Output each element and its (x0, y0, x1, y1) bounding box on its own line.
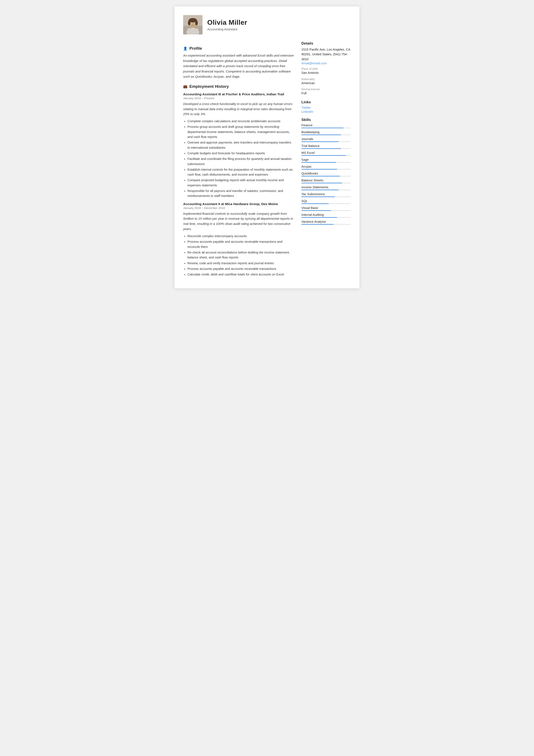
header-text: Olivia Miller Accounting Assistant (207, 18, 247, 31)
skill-income-statements: Income Statements (301, 185, 351, 190)
list-item: Facilitate and coordinate the filing pro… (188, 156, 294, 167)
skill-sage: Sage (301, 158, 351, 163)
skill-income-statements-bar-bg (301, 190, 351, 190)
skill-visual-basic-bar-bg (301, 210, 351, 211)
list-item: Re-check all account reconciliations bef… (188, 250, 294, 260)
skill-sage-name: Sage (301, 158, 351, 161)
skill-income-statements-name: Income Statements (301, 185, 351, 189)
profile-text: An experienced accounting assistant with… (183, 53, 294, 79)
job-2-title: Accounting Assistant II at Mica Hardware… (183, 202, 294, 206)
job-2: Accounting Assistant II at Mica Hardware… (183, 202, 294, 277)
job-2-bullets: Reconcile complex intercompany accounts … (183, 234, 294, 277)
skill-internal-auditing-name: Internal Auditing (301, 213, 351, 216)
employment-icon: 💼 (183, 84, 188, 89)
skill-journals: Journals (301, 137, 351, 142)
skill-balance-sheets: Balance Sheets (301, 178, 351, 183)
nationality-value: American (301, 81, 351, 86)
skill-tax-submissions-bar-bg (301, 197, 351, 197)
list-item: Process accounts payable and accounts re… (188, 266, 294, 271)
list-item: Process group accounts and draft group s… (188, 124, 294, 140)
list-item: Review, code and verify transaction repo… (188, 261, 294, 266)
email-link[interactable]: email@email.com (301, 62, 351, 65)
skill-ms-excel: MS Excel (301, 151, 351, 156)
skill-visual-basic: Visual Basic (301, 206, 351, 211)
skill-accpac-bar-fill (301, 169, 337, 170)
skill-sql-bar-fill (301, 203, 329, 204)
twitter-link[interactable]: Twitter (301, 106, 351, 109)
svg-point-7 (188, 20, 191, 25)
job-1-bullets: Complete complex calculations and reconc… (183, 119, 294, 199)
skill-variance-analysis: Variance Analysis (301, 220, 351, 225)
skill-visual-basic-bar-fill (301, 210, 331, 211)
skill-finance: Finance (301, 123, 351, 128)
job-1-title: Accounting Assistant III at Fischer & Pr… (183, 92, 294, 96)
list-item: Process accounts payable and accounts re… (188, 239, 294, 249)
skill-tax-submissions-name: Tax Submissions (301, 192, 351, 196)
job-2-dates: January 2018 – December 2018 (183, 206, 294, 210)
place-of-birth-label: Place of birth (301, 67, 351, 70)
driving-license-value: Full (301, 91, 351, 96)
skill-variance-analysis-name: Variance Analysis (301, 220, 351, 223)
detail-address: 1515 Pacific Ave, Los Angeles, CA 90291,… (301, 47, 351, 62)
skill-journals-bar-bg (301, 141, 351, 142)
candidate-name: Olivia Miller (207, 18, 247, 26)
skill-accpac: Accpac (301, 165, 351, 170)
skill-sql: SQL (301, 199, 351, 204)
skill-sql-name: SQL (301, 199, 351, 203)
skill-ms-excel-bar-fill (301, 155, 346, 156)
skill-bookkeeping-name: Bookkeeping (301, 130, 351, 134)
skill-journals-bar-fill (301, 141, 339, 142)
candidate-job-title: Accounting Assistant (207, 27, 247, 31)
skill-finance-bar-fill (301, 128, 343, 128)
skill-tax-submissions: Tax Submissions (301, 192, 351, 197)
skill-ms-excel-name: MS Excel (301, 151, 351, 154)
resume-body: 👤 Profile An experienced accounting assi… (183, 41, 351, 278)
resume-container: Olivia Miller Accounting Assistant 👤 Pro… (175, 7, 359, 288)
skill-bookkeeping: Bookkeeping (301, 130, 351, 135)
profile-section-title: 👤 Profile (183, 46, 294, 51)
skill-internal-auditing: Internal Auditing (301, 213, 351, 218)
list-item: Oversee and approve payments, wire trans… (188, 140, 294, 150)
job-1-dates: January 2019 – Present (183, 96, 294, 100)
details-section-title: Details (301, 41, 351, 46)
job-2-summary: Implemented financial controls to succes… (183, 211, 294, 232)
skill-journals-name: Journals (301, 137, 351, 141)
list-item: Calculate credit, debit and cashflow tot… (188, 272, 294, 277)
list-item: Compile budgets and forecasts for headqu… (188, 151, 294, 156)
skill-tax-submissions-bar-fill (301, 197, 335, 197)
skill-accpac-bar-bg (301, 169, 351, 170)
svg-rect-3 (188, 28, 198, 35)
job-1: Accounting Assistant III at Fischer & Pr… (183, 92, 294, 199)
svg-point-11 (191, 23, 192, 24)
skill-internal-auditing-bar-fill (301, 217, 337, 218)
job-1-summary: Developed a cross-check functionality in… (183, 101, 294, 117)
avatar (183, 15, 202, 35)
driving-license-label: Driving license (301, 88, 351, 91)
links-section-title: Links (301, 100, 351, 104)
skill-bookkeeping-bar-fill (301, 134, 341, 135)
profile-icon: 👤 (183, 46, 188, 51)
skill-sage-bar-fill (301, 162, 336, 163)
skill-sage-bar-bg (301, 162, 351, 163)
skill-quickbooks-name: QuickBooks (301, 172, 351, 175)
skill-visual-basic-name: Visual Basic (301, 206, 351, 210)
skill-quickbooks: QuickBooks (301, 172, 351, 176)
skill-trial-balance-name: Trial Balance (301, 144, 351, 148)
skill-finance-name: Finance (301, 123, 351, 127)
left-column: 👤 Profile An experienced accounting assi… (183, 41, 294, 278)
list-item: Responsible for all payruns and transfer… (188, 189, 294, 199)
list-item: Compare projected budgeting reports with… (188, 178, 294, 188)
employment-section-title: 💼 Employment History (183, 84, 294, 89)
linkedin-link[interactable]: Linkedin (301, 110, 351, 113)
right-column: Details 1515 Pacific Ave, Los Angeles, C… (301, 41, 351, 278)
skill-quickbooks-bar-fill (301, 176, 340, 176)
skill-accpac-name: Accpac (301, 165, 351, 168)
skill-internal-auditing-bar-bg (301, 217, 351, 218)
skill-trial-balance-bar-bg (301, 148, 351, 149)
nationality-label: Nationality (301, 77, 351, 81)
resume-header: Olivia Miller Accounting Assistant (183, 15, 351, 35)
skill-ms-excel-bar-bg (301, 155, 351, 156)
list-item: Establish internal controls for the prep… (188, 167, 294, 177)
skill-sql-bar-bg (301, 203, 351, 204)
svg-point-12 (194, 23, 194, 24)
